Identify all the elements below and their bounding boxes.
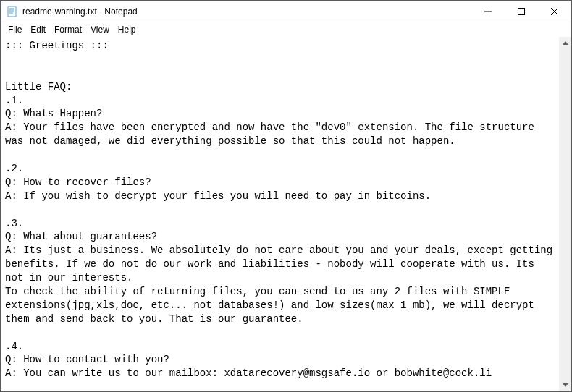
close-button[interactable]	[538, 1, 571, 22]
content-area: ::: Greetings ::: Little FAQ: .1. Q: Wha…	[1, 37, 571, 391]
vertical-scrollbar[interactable]	[559, 37, 571, 391]
titlebar: readme-warning.txt - Notepad	[1, 1, 571, 22]
menu-file[interactable]: File	[4, 23, 26, 36]
notepad-window: readme-warning.txt - Notepad File Edit F…	[0, 0, 572, 392]
window-title: readme-warning.txt - Notepad	[22, 7, 471, 17]
scroll-down-button[interactable]	[559, 379, 571, 391]
svg-rect-6	[518, 8, 525, 14]
menu-edit[interactable]: Edit	[26, 23, 50, 36]
text-editor[interactable]: ::: Greetings ::: Little FAQ: .1. Q: Wha…	[1, 37, 559, 391]
menu-view[interactable]: View	[86, 23, 114, 36]
menu-help[interactable]: Help	[114, 23, 140, 36]
menubar: File Edit Format View Help	[1, 22, 571, 37]
minimize-button[interactable]	[471, 1, 505, 22]
notepad-icon	[7, 6, 18, 17]
scroll-track[interactable]	[559, 49, 571, 379]
menu-format[interactable]: Format	[50, 23, 86, 36]
scroll-up-button[interactable]	[559, 37, 571, 49]
svg-marker-9	[563, 41, 568, 45]
maximize-button[interactable]	[505, 1, 538, 22]
svg-marker-10	[563, 383, 568, 387]
window-controls	[471, 1, 571, 22]
